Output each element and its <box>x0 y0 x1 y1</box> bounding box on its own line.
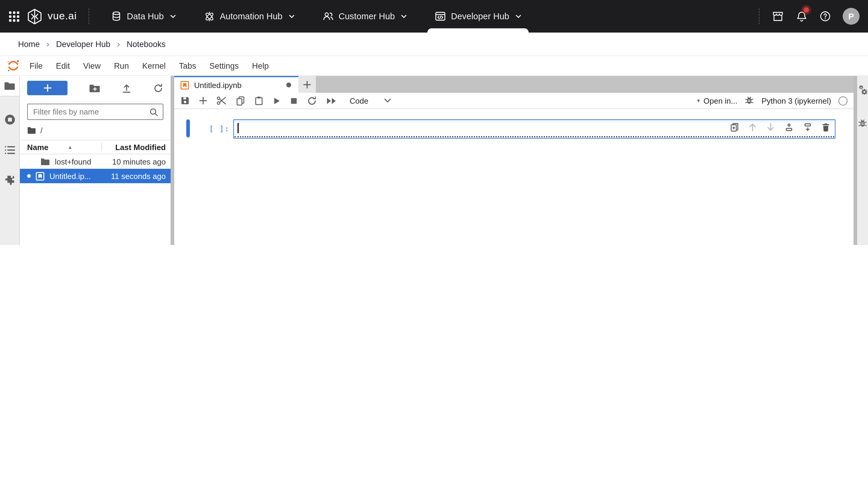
brand-logo[interactable]: vue.ai <box>27 8 77 24</box>
nav-item-customer-hub[interactable]: Customer Hub <box>313 0 416 33</box>
tab-unsaved-dot[interactable] <box>286 83 291 87</box>
right-panel-splitter[interactable] <box>854 76 857 245</box>
file-row-untitled-notebook[interactable]: Untitled.ip... 11 seconds ago <box>20 169 170 183</box>
file-name-label: lost+found <box>55 157 91 166</box>
sort-asc-icon: ▲ <box>68 144 73 150</box>
nav-item-label: Customer Hub <box>338 11 395 21</box>
delete-cell-trash-icon[interactable] <box>822 122 830 132</box>
new-tab-button[interactable] <box>299 76 316 93</box>
file-browser-toolbar <box>20 76 170 99</box>
cell-code-editor[interactable] <box>233 119 835 139</box>
dock-tab-bar: Untitled.ipynb <box>174 76 854 93</box>
activity-bar-rest <box>0 96 20 245</box>
menu-tabs[interactable]: Tabs <box>173 61 203 70</box>
apps-grid-icon[interactable] <box>8 10 20 22</box>
run-icon[interactable] <box>273 96 281 105</box>
new-launcher-button[interactable] <box>27 81 67 95</box>
panel-splitter[interactable] <box>170 76 174 245</box>
chevron-down-icon <box>384 98 391 103</box>
breadcrumb-notebooks[interactable]: Notebooks <box>127 39 165 49</box>
stop-icon[interactable] <box>290 97 298 104</box>
filter-files-input[interactable] <box>32 107 149 117</box>
store-icon[interactable] <box>772 10 784 22</box>
new-folder-icon[interactable] <box>89 84 100 93</box>
breadcrumb-home[interactable]: Home <box>18 39 40 49</box>
notebook-icon <box>180 81 189 90</box>
column-header-name[interactable]: Name ▲ <box>20 143 101 152</box>
nav-item-data-hub[interactable]: Data Hub <box>101 0 186 33</box>
table-of-contents-icon[interactable] <box>4 145 16 155</box>
menu-edit[interactable]: Edit <box>50 61 77 70</box>
user-avatar[interactable]: P <box>843 8 860 25</box>
restart-kernel-icon[interactable] <box>307 95 317 106</box>
copy-icon[interactable] <box>236 96 245 105</box>
debugger-bug-icon[interactable] <box>858 119 867 128</box>
people-icon <box>322 11 334 22</box>
cell-toolbar <box>730 122 830 132</box>
insert-cell-above-icon[interactable] <box>784 122 794 132</box>
dropdown-caret-icon: ▾ <box>697 98 700 104</box>
paste-icon[interactable] <box>254 96 264 105</box>
tab-label: Untitled.ipynb <box>194 81 281 90</box>
kernel-name[interactable]: Python 3 (ipykernel) <box>762 96 831 105</box>
notebook-toolbar-right: ▾ Open in... Python 3 (ipykernel) <box>697 96 847 105</box>
search-icon[interactable] <box>149 107 158 117</box>
file-browser-panel: / Name ▲ Last Modified lost+found 10 min… <box>20 76 170 245</box>
help-icon[interactable] <box>819 10 831 22</box>
menu-kernel[interactable]: Kernel <box>135 61 173 70</box>
menu-run[interactable]: Run <box>107 61 135 70</box>
open-in-dropdown[interactable]: ▾ Open in... <box>697 96 738 105</box>
menu-settings[interactable]: Settings <box>203 61 246 70</box>
notification-badge-dot <box>804 7 809 12</box>
bug-icon[interactable] <box>745 96 754 105</box>
nav-item-label: Data Hub <box>127 11 164 21</box>
app-root: vue.ai Data Hub <box>0 0 868 245</box>
nav-item-developer-hub[interactable]: Developer Hub <box>425 0 531 33</box>
menu-help[interactable]: Help <box>245 61 276 70</box>
tab-untitled-ipynb[interactable]: Untitled.ipynb <box>174 76 299 93</box>
move-cell-down-icon[interactable] <box>766 122 775 132</box>
duplicate-cell-icon[interactable] <box>730 122 739 132</box>
file-modified-label: 10 minutes ago <box>98 157 170 166</box>
nav-divider <box>89 8 90 24</box>
menu-file[interactable]: File <box>23 61 50 70</box>
breadcrumb-chevron-icon: › <box>117 39 120 48</box>
kernel-status-circle-icon[interactable] <box>838 96 847 105</box>
cell-bottom-dotted-line <box>235 136 834 137</box>
cut-icon[interactable] <box>216 96 227 105</box>
insert-cell-icon[interactable] <box>199 96 207 105</box>
refresh-icon[interactable] <box>153 83 163 93</box>
file-browser-path: / <box>20 120 170 140</box>
move-cell-up-icon[interactable] <box>748 122 757 132</box>
breadcrumb-developer-hub[interactable]: Developer Hub <box>56 39 110 49</box>
code-cell: [ ]: <box>186 119 835 139</box>
fast-forward-icon[interactable] <box>326 97 337 104</box>
file-row-name: Untitled.ip... <box>20 172 98 181</box>
file-name-label: Untitled.ip... <box>50 172 91 181</box>
file-row-lost-found[interactable]: lost+found 10 minutes ago <box>20 154 170 169</box>
insert-cell-below-icon[interactable] <box>803 122 812 132</box>
breadcrumb-chevron-icon: › <box>46 39 50 48</box>
notebook-icon <box>36 172 44 181</box>
folder-icon[interactable] <box>27 127 36 134</box>
nav-item-label: Automation Hub <box>220 11 282 21</box>
menu-view[interactable]: View <box>76 61 107 70</box>
folder-icon <box>40 158 50 165</box>
main-area: / Name ▲ Last Modified lost+found 10 min… <box>0 76 868 245</box>
notifications-bell-icon[interactable] <box>796 10 808 23</box>
vue-ai-logo-icon <box>27 8 42 24</box>
unsaved-dot <box>27 174 31 178</box>
cell-collapser[interactable] <box>186 119 190 137</box>
nav-item-automation-hub[interactable]: Automation Hub <box>194 0 304 33</box>
property-inspector-gears-icon[interactable] <box>858 84 868 95</box>
path-segment[interactable]: / <box>40 126 42 135</box>
column-header-modified[interactable]: Last Modified <box>102 143 170 152</box>
cell-type-dropdown[interactable]: Code <box>346 96 391 105</box>
database-icon <box>111 11 122 22</box>
upload-icon[interactable] <box>122 83 131 93</box>
save-icon[interactable] <box>180 96 190 105</box>
running-kernels-icon[interactable] <box>3 113 16 126</box>
extensions-puzzle-icon[interactable] <box>4 174 16 186</box>
jupyter-menubar: File Edit View Run Kernel Tabs Settings … <box>0 56 868 76</box>
sidebar-tab-files[interactable] <box>0 76 20 96</box>
